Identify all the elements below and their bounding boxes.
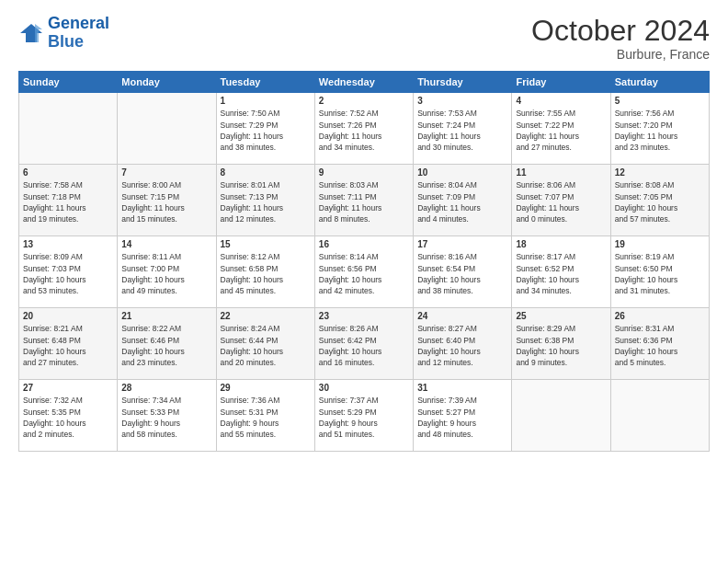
day-info: Sunrise: 8:27 AM Sunset: 6:40 PM Dayligh…	[417, 323, 507, 368]
day-cell: 27Sunrise: 7:32 AM Sunset: 5:35 PM Dayli…	[19, 380, 118, 452]
day-cell: 3Sunrise: 7:53 AM Sunset: 7:24 PM Daylig…	[414, 93, 512, 165]
day-number: 15	[221, 239, 311, 249]
day-number: 27	[23, 383, 113, 393]
day-info: Sunrise: 7:39 AM Sunset: 5:27 PM Dayligh…	[417, 395, 507, 440]
day-number: 7	[121, 167, 211, 178]
day-info: Sunrise: 8:19 AM Sunset: 6:50 PM Dayligh…	[615, 251, 705, 296]
day-number: 1	[221, 96, 311, 106]
day-cell: 12Sunrise: 8:08 AM Sunset: 7:05 PM Dayli…	[610, 165, 709, 236]
day-cell: 28Sunrise: 7:34 AM Sunset: 5:33 PM Dayli…	[118, 380, 216, 452]
day-number: 20	[23, 311, 113, 321]
day-cell	[512, 380, 610, 452]
day-cell: 2Sunrise: 7:52 AM Sunset: 7:26 PM Daylig…	[314, 93, 413, 165]
day-cell	[610, 380, 709, 452]
day-cell: 13Sunrise: 8:09 AM Sunset: 7:03 PM Dayli…	[19, 236, 118, 308]
day-info: Sunrise: 7:32 AM Sunset: 5:35 PM Dayligh…	[23, 395, 113, 440]
day-number: 6	[23, 167, 113, 178]
logo: General Blue	[18, 15, 109, 52]
day-info: Sunrise: 7:55 AM Sunset: 7:22 PM Dayligh…	[516, 108, 606, 153]
day-number: 11	[516, 167, 606, 178]
day-cell: 14Sunrise: 8:11 AM Sunset: 7:00 PM Dayli…	[118, 236, 216, 308]
day-cell: 10Sunrise: 8:04 AM Sunset: 7:09 PM Dayli…	[414, 165, 512, 236]
month-title: October 2024	[531, 15, 710, 47]
day-number: 9	[319, 167, 409, 178]
day-cell: 8Sunrise: 8:01 AM Sunset: 7:13 PM Daylig…	[216, 165, 314, 236]
day-cell: 1Sunrise: 7:50 AM Sunset: 7:29 PM Daylig…	[216, 93, 314, 165]
logo-general: General	[48, 14, 109, 32]
day-cell: 23Sunrise: 8:26 AM Sunset: 6:42 PM Dayli…	[314, 308, 413, 380]
week-row-2: 6Sunrise: 7:58 AM Sunset: 7:18 PM Daylig…	[19, 165, 710, 236]
header-row: Sunday Monday Tuesday Wednesday Thursday…	[19, 72, 710, 93]
day-info: Sunrise: 8:11 AM Sunset: 7:00 PM Dayligh…	[121, 251, 211, 296]
day-info: Sunrise: 7:36 AM Sunset: 5:31 PM Dayligh…	[221, 395, 311, 440]
day-info: Sunrise: 8:08 AM Sunset: 7:05 PM Dayligh…	[615, 179, 705, 224]
day-cell: 19Sunrise: 8:19 AM Sunset: 6:50 PM Dayli…	[610, 236, 709, 308]
day-number: 21	[121, 311, 211, 321]
calendar-table: Sunday Monday Tuesday Wednesday Thursday…	[18, 71, 710, 452]
day-info: Sunrise: 7:50 AM Sunset: 7:29 PM Dayligh…	[221, 108, 311, 153]
col-sunday: Sunday	[19, 72, 118, 93]
day-cell: 17Sunrise: 8:16 AM Sunset: 6:54 PM Dayli…	[414, 236, 512, 308]
day-number: 19	[615, 239, 705, 249]
day-number: 28	[121, 383, 211, 393]
day-cell: 25Sunrise: 8:29 AM Sunset: 6:38 PM Dayli…	[512, 308, 610, 380]
week-row-1: 1Sunrise: 7:50 AM Sunset: 7:29 PM Daylig…	[19, 93, 710, 165]
day-info: Sunrise: 8:21 AM Sunset: 6:48 PM Dayligh…	[23, 323, 113, 368]
day-cell: 5Sunrise: 7:56 AM Sunset: 7:20 PM Daylig…	[610, 93, 709, 165]
svg-marker-0	[20, 24, 42, 42]
day-cell: 7Sunrise: 8:00 AM Sunset: 7:15 PM Daylig…	[118, 165, 216, 236]
day-number: 8	[221, 167, 311, 178]
title-block: October 2024 Burbure, France	[531, 15, 710, 62]
day-info: Sunrise: 7:52 AM Sunset: 7:26 PM Dayligh…	[319, 108, 409, 153]
day-number: 14	[121, 239, 211, 249]
day-cell: 20Sunrise: 8:21 AM Sunset: 6:48 PM Dayli…	[19, 308, 118, 380]
day-number: 5	[615, 96, 705, 106]
day-cell: 18Sunrise: 8:17 AM Sunset: 6:52 PM Dayli…	[512, 236, 610, 308]
day-number: 23	[319, 311, 409, 321]
day-cell: 22Sunrise: 8:24 AM Sunset: 6:44 PM Dayli…	[216, 308, 314, 380]
day-cell: 9Sunrise: 8:03 AM Sunset: 7:11 PM Daylig…	[314, 165, 413, 236]
day-number: 3	[417, 96, 507, 106]
day-info: Sunrise: 8:06 AM Sunset: 7:07 PM Dayligh…	[516, 179, 606, 224]
logo-blue: Blue	[48, 32, 84, 51]
day-info: Sunrise: 8:29 AM Sunset: 6:38 PM Dayligh…	[516, 323, 606, 368]
col-friday: Friday	[512, 72, 610, 93]
day-cell: 11Sunrise: 8:06 AM Sunset: 7:07 PM Dayli…	[512, 165, 610, 236]
page: General Blue October 2024 Burbure, Franc…	[0, 0, 728, 563]
day-cell: 15Sunrise: 8:12 AM Sunset: 6:58 PM Dayli…	[216, 236, 314, 308]
day-info: Sunrise: 8:16 AM Sunset: 6:54 PM Dayligh…	[417, 251, 507, 296]
day-number: 13	[23, 239, 113, 249]
day-info: Sunrise: 7:37 AM Sunset: 5:29 PM Dayligh…	[319, 395, 409, 440]
col-thursday: Thursday	[414, 72, 512, 93]
logo-icon	[18, 20, 44, 46]
day-number: 4	[516, 96, 606, 106]
col-tuesday: Tuesday	[216, 72, 314, 93]
day-info: Sunrise: 8:31 AM Sunset: 6:36 PM Dayligh…	[615, 323, 705, 368]
day-info: Sunrise: 8:09 AM Sunset: 7:03 PM Dayligh…	[23, 251, 113, 296]
day-number: 2	[319, 96, 409, 106]
col-saturday: Saturday	[610, 72, 709, 93]
day-info: Sunrise: 8:01 AM Sunset: 7:13 PM Dayligh…	[221, 179, 311, 224]
day-cell	[19, 93, 118, 165]
day-info: Sunrise: 7:34 AM Sunset: 5:33 PM Dayligh…	[121, 395, 211, 440]
logo-text: General Blue	[48, 15, 109, 52]
day-info: Sunrise: 8:22 AM Sunset: 6:46 PM Dayligh…	[121, 323, 211, 368]
day-info: Sunrise: 7:58 AM Sunset: 7:18 PM Dayligh…	[23, 179, 113, 224]
day-info: Sunrise: 8:24 AM Sunset: 6:44 PM Dayligh…	[221, 323, 311, 368]
day-number: 31	[417, 383, 507, 393]
day-cell: 16Sunrise: 8:14 AM Sunset: 6:56 PM Dayli…	[314, 236, 413, 308]
header: General Blue October 2024 Burbure, Franc…	[18, 15, 710, 62]
day-info: Sunrise: 8:26 AM Sunset: 6:42 PM Dayligh…	[319, 323, 409, 368]
day-info: Sunrise: 8:00 AM Sunset: 7:15 PM Dayligh…	[121, 179, 211, 224]
day-cell: 30Sunrise: 7:37 AM Sunset: 5:29 PM Dayli…	[314, 380, 413, 452]
day-number: 17	[417, 239, 507, 249]
day-info: Sunrise: 8:14 AM Sunset: 6:56 PM Dayligh…	[319, 251, 409, 296]
day-number: 24	[417, 311, 507, 321]
day-cell	[118, 93, 216, 165]
day-number: 18	[516, 239, 606, 249]
day-number: 12	[615, 167, 705, 178]
day-cell: 29Sunrise: 7:36 AM Sunset: 5:31 PM Dayli…	[216, 380, 314, 452]
day-info: Sunrise: 8:03 AM Sunset: 7:11 PM Dayligh…	[319, 179, 409, 224]
day-cell: 26Sunrise: 8:31 AM Sunset: 6:36 PM Dayli…	[610, 308, 709, 380]
day-cell: 6Sunrise: 7:58 AM Sunset: 7:18 PM Daylig…	[19, 165, 118, 236]
